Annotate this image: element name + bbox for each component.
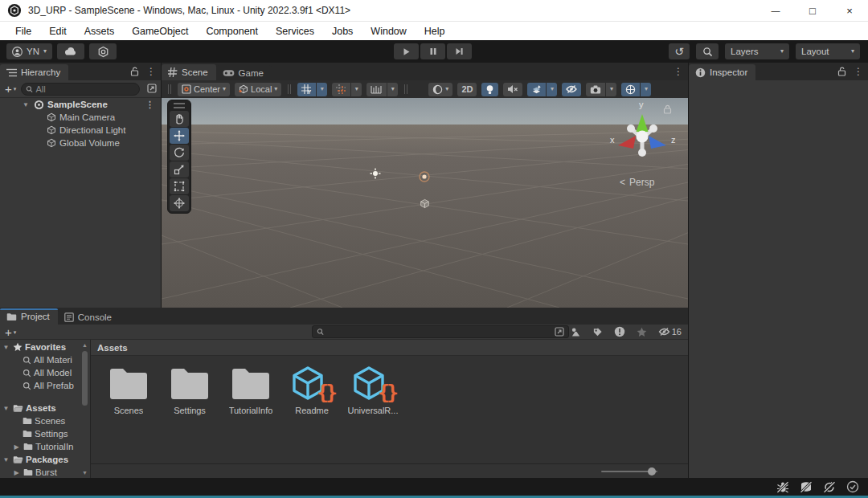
axis-x-cone[interactable] xyxy=(618,136,636,149)
projection-toggle[interactable]: < Persp xyxy=(620,177,654,188)
toolbar-grip[interactable] xyxy=(168,84,171,94)
scene-viewport[interactable]: x y z < Persp xyxy=(162,98,688,308)
pause-button[interactable] xyxy=(420,43,445,59)
disclosure-closed-icon[interactable]: ▶ xyxy=(12,469,21,476)
asset-settings[interactable]: Settings xyxy=(163,365,216,463)
asset-universal-rp[interactable]: {} UniversalR... xyxy=(346,365,399,463)
hierarchy-row-directional-light[interactable]: Directional Light xyxy=(0,124,161,137)
toolbar-grip[interactable] xyxy=(404,84,407,94)
debugger-status-button[interactable] xyxy=(774,480,792,494)
maximize-button[interactable]: □ xyxy=(794,0,831,22)
step-button[interactable] xyxy=(447,43,472,59)
tree-settings[interactable]: Settings xyxy=(0,427,90,440)
tab-game[interactable]: Game xyxy=(216,65,272,80)
hierarchy-add-button[interactable]: + ▾ xyxy=(0,82,21,96)
snap-increment-dropdown[interactable]: ▾ xyxy=(387,83,398,96)
project-add-button[interactable]: + ▾ xyxy=(0,325,21,339)
scene-effects-dropdown[interactable]: ▾ xyxy=(547,83,557,96)
asset-readme[interactable]: {} Readme xyxy=(285,365,338,463)
hierarchy-row-main-camera[interactable]: Main Camera xyxy=(0,111,161,124)
hierarchy-row-global-volume[interactable]: Global Volume xyxy=(0,137,161,149)
tree-burst[interactable]: ▶ Burst xyxy=(0,466,90,478)
tree-tutorialinfo[interactable]: ▶ TutorialIn xyxy=(0,440,90,453)
tree-scrollbar[interactable]: ▲ ▼ xyxy=(80,340,89,478)
menu-assets[interactable]: Assets xyxy=(76,23,124,39)
2d-toggle[interactable]: 2D xyxy=(457,83,477,96)
scroll-down-icon[interactable]: ▼ xyxy=(80,468,89,477)
tree-assets[interactable]: ▼ Assets xyxy=(0,402,90,414)
tab-inspector[interactable]: Inspector xyxy=(689,64,755,80)
transform-tool-button[interactable] xyxy=(170,195,189,211)
menu-edit[interactable]: Edit xyxy=(40,23,76,39)
label-tag-icon[interactable] xyxy=(592,327,603,337)
hierarchy-row-scene[interactable]: ▼ SampleScene ⋮ xyxy=(0,98,161,111)
disclosure-open-icon[interactable]: ▼ xyxy=(2,456,10,463)
tree-all-models[interactable]: All Model xyxy=(0,366,90,379)
menu-file[interactable]: File xyxy=(6,23,40,39)
menu-services[interactable]: Services xyxy=(267,23,323,39)
panel-menu-icon[interactable]: ⋮ xyxy=(674,67,683,76)
camera-gizmo-cube[interactable] xyxy=(420,198,430,209)
account-button[interactable]: YN ▾ xyxy=(6,43,52,59)
project-search-field[interactable] xyxy=(312,325,569,338)
menu-jobs[interactable]: Jobs xyxy=(323,23,362,39)
settings-button[interactable] xyxy=(89,43,117,59)
cloud-button[interactable] xyxy=(57,43,84,59)
scroll-up-icon[interactable]: ▲ xyxy=(80,341,89,349)
gizmos-toggle[interactable] xyxy=(621,83,640,96)
tree-all-materials[interactable]: All Materi xyxy=(0,353,90,366)
unlock-icon[interactable] xyxy=(130,67,139,76)
tool-handle-position-dropdown[interactable]: Center ▾ xyxy=(178,83,230,96)
tab-hierarchy[interactable]: Hierarchy xyxy=(0,64,68,80)
tree-favorites[interactable]: ▼ Favorites xyxy=(0,341,90,353)
scene-menu-icon[interactable]: ⋮ xyxy=(145,100,154,110)
grid-snapping-toggle[interactable] xyxy=(332,83,350,96)
menu-window[interactable]: Window xyxy=(362,23,415,39)
scene-effects-toggle[interactable] xyxy=(527,83,546,96)
cache-server-status-button[interactable] xyxy=(797,480,815,494)
gizmos-dropdown[interactable]: ▾ xyxy=(641,83,651,96)
undo-history-button[interactable]: ↺ xyxy=(669,43,690,59)
scrollbar-thumb[interactable] xyxy=(82,351,88,406)
alert-icon[interactable] xyxy=(614,326,625,337)
grid-visibility-dropdown[interactable]: ▾ xyxy=(317,83,327,96)
tab-scene[interactable]: Scene xyxy=(162,64,216,80)
grid-visibility-toggle[interactable]: Y xyxy=(297,83,316,96)
toolbar-grip[interactable] xyxy=(288,84,291,94)
axis-z-cone[interactable] xyxy=(649,136,666,149)
assets-breadcrumb[interactable]: Assets xyxy=(91,340,688,356)
grid-snapping-dropdown[interactable]: ▾ xyxy=(351,83,362,96)
hierarchy-search-field[interactable] xyxy=(21,83,140,96)
favorites-star-icon[interactable] xyxy=(637,327,647,337)
menu-component[interactable]: Component xyxy=(197,23,267,39)
scene-visibility-toggle[interactable] xyxy=(562,83,581,96)
tool-handle-rotation-dropdown[interactable]: Local ▾ xyxy=(235,83,281,96)
axis-negative-handle[interactable] xyxy=(649,124,657,133)
volume-gizmo[interactable] xyxy=(419,171,430,182)
minimize-button[interactable]: — xyxy=(757,0,794,22)
project-search-input[interactable] xyxy=(326,327,552,337)
global-search-button[interactable] xyxy=(696,43,719,59)
close-button[interactable]: × xyxy=(831,0,868,22)
layout-dropdown[interactable]: Layout ▾ xyxy=(796,43,860,59)
search-window-button[interactable] xyxy=(147,82,157,96)
disclosure-open-icon[interactable]: ▼ xyxy=(2,405,10,412)
menu-help[interactable]: Help xyxy=(416,23,454,39)
draw-mode-dropdown[interactable]: ▾ xyxy=(428,83,452,96)
scale-tool-button[interactable] xyxy=(170,161,189,178)
tree-all-prefabs[interactable]: All Prefab xyxy=(0,379,90,392)
thumbnail-zoom-slider[interactable] xyxy=(601,471,657,472)
scene-lighting-toggle[interactable] xyxy=(481,83,498,96)
axis-y-cone[interactable] xyxy=(637,114,649,132)
move-tool-button[interactable] xyxy=(170,128,189,144)
axis-negative-handle[interactable] xyxy=(627,124,635,133)
disclosure-open-icon[interactable]: ▼ xyxy=(2,344,10,351)
hierarchy-search-input[interactable] xyxy=(35,84,135,94)
tree-scenes[interactable]: Scenes xyxy=(0,414,90,427)
asset-tutorialinfo[interactable]: TutorialInfo xyxy=(224,365,277,463)
directional-light-gizmo[interactable] xyxy=(370,168,381,179)
hidden-packages-toggle[interactable]: 16 xyxy=(658,327,682,337)
scene-camera-settings-button[interactable] xyxy=(586,83,605,96)
asset-scenes[interactable]: Scenes xyxy=(102,365,155,463)
unlock-icon[interactable] xyxy=(837,67,846,76)
